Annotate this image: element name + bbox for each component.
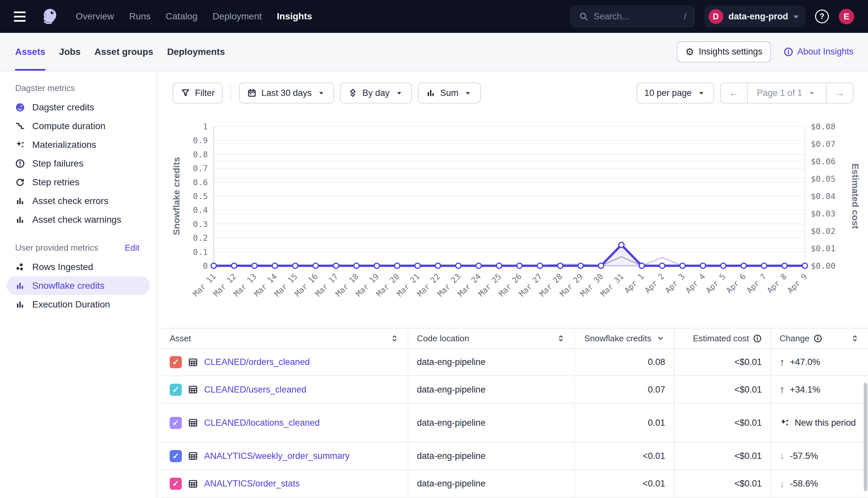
sort-icon[interactable]	[850, 334, 859, 343]
steps-icon	[15, 121, 25, 131]
aggregation-button[interactable]: Sum	[418, 82, 481, 104]
svg-text:0.1: 0.1	[193, 247, 208, 257]
svg-text:$0.01: $0.01	[811, 244, 835, 253]
tab-deployments[interactable]: Deployments	[167, 33, 225, 70]
sidebar-item-step-failures[interactable]: Step failures	[7, 154, 150, 173]
series-checkbox[interactable]: ✓	[170, 356, 182, 368]
table-asset-icon	[188, 357, 198, 368]
nav-item-catalog[interactable]: Catalog	[166, 11, 197, 22]
menu-icon[interactable]	[14, 12, 26, 22]
insights-settings-button[interactable]: ⚙ Insights settings	[677, 41, 771, 62]
svg-text:Apr 6: Apr 6	[724, 272, 748, 295]
table-scrollbar[interactable]	[864, 383, 867, 491]
dots-icon	[15, 262, 25, 272]
user-metrics-section-label: User provided metrics	[15, 243, 98, 253]
sidebar-item-asset-check-errors[interactable]: Asset check errors	[7, 192, 150, 210]
table-row: ✓ANALYTICS/weekly_order_summarydata-eng-…	[161, 443, 868, 470]
svg-text:$0.02: $0.02	[811, 226, 835, 236]
asset-link[interactable]: ANALYTICS/order_stats	[204, 479, 300, 489]
page-select[interactable]: Page 1 of 1	[747, 83, 827, 103]
sidebar-item-label: Snowflake credits	[32, 280, 104, 291]
svg-text:$0.03: $0.03	[811, 209, 835, 219]
sidebar-item-compute-duration[interactable]: Compute duration	[7, 117, 150, 135]
sidebar-item-rows-ingested[interactable]: Rows Ingested	[7, 258, 150, 276]
search-shortcut-hint: /	[684, 12, 687, 22]
about-insights-link[interactable]: About Insights	[783, 47, 854, 57]
org-switcher[interactable]: D data-eng-prod	[705, 5, 805, 27]
column-header-code-location[interactable]: Code location	[408, 328, 575, 348]
svg-text:$0.05: $0.05	[811, 174, 835, 184]
tab-jobs[interactable]: Jobs	[59, 33, 80, 70]
svg-text:0.7: 0.7	[193, 163, 208, 173]
arrow-up-icon: ↑	[780, 356, 785, 368]
nav-item-insights[interactable]: Insights	[277, 11, 312, 22]
nav-item-runs[interactable]: Runs	[129, 11, 151, 22]
sidebar-item-materializations[interactable]: Materializations	[7, 135, 150, 154]
column-label: Code location	[417, 333, 469, 344]
asset-link[interactable]: CLEANED/locations_cleaned	[204, 418, 320, 428]
svg-text:1: 1	[203, 122, 208, 131]
tab-assets[interactable]: Assets	[15, 33, 46, 70]
about-insights-label: About Insights	[797, 47, 854, 57]
tab-asset-groups[interactable]: Asset groups	[94, 33, 153, 70]
asset-link[interactable]: ANALYTICS/weekly_order_summary	[204, 451, 349, 461]
sort-icon[interactable]	[556, 334, 565, 343]
caret-down-icon	[463, 88, 473, 98]
series-checkbox[interactable]: ✓	[170, 384, 182, 396]
sort-icon[interactable]	[390, 334, 399, 343]
next-page-button[interactable]: →	[827, 83, 853, 103]
svg-text:Snowflake credits: Snowflake credits	[171, 157, 181, 235]
svg-text:Apr 7: Apr 7	[745, 272, 768, 295]
bar-chart-icon	[426, 88, 436, 98]
code-location: data-eng-pipeline	[417, 451, 486, 461]
sparkles-icon	[780, 418, 789, 428]
sidebar-item-execution-duration[interactable]: Execution Duration	[7, 295, 150, 314]
sort-desc-icon[interactable]	[656, 334, 665, 343]
sidebar-item-label: Asset check errors	[32, 196, 108, 206]
edit-metrics-link[interactable]: Edit	[125, 243, 139, 253]
column-header-change[interactable]: Change	[771, 328, 868, 348]
cost-value: <$0.01	[735, 479, 762, 489]
layers-icon	[348, 88, 358, 98]
gear-icon: ⚙	[685, 47, 694, 57]
prev-page-button[interactable]: ←	[721, 83, 747, 103]
column-header-estimated-cost[interactable]: Estimated cost	[674, 328, 771, 348]
svg-text:Mar 31: Mar 31	[599, 272, 625, 298]
table-asset-icon	[188, 384, 198, 395]
asset-link[interactable]: CLEANED/orders_cleaned	[204, 357, 310, 367]
nav-item-deployment[interactable]: Deployment	[213, 11, 262, 22]
code-location: data-eng-pipeline	[417, 385, 486, 395]
series-checkbox[interactable]: ✓	[170, 477, 182, 490]
nav-item-overview[interactable]: Overview	[76, 11, 114, 22]
sidebar-item-dagster-credits[interactable]: Dagster credits	[7, 98, 150, 117]
group-by-button[interactable]: By day	[340, 82, 412, 104]
info-icon[interactable]	[753, 334, 762, 343]
sidebar-item-snowflake-credits[interactable]: Snowflake credits	[7, 276, 150, 295]
sidebar-item-step-retries[interactable]: Step retries	[7, 173, 150, 192]
user-avatar[interactable]: E	[839, 9, 854, 24]
info-icon[interactable]	[814, 334, 822, 343]
date-range-button[interactable]: Last 30 days	[239, 82, 334, 104]
svg-text:Estimated cost: Estimated cost	[850, 163, 860, 228]
cost-value: <$0.01	[735, 357, 762, 367]
dagster-logo-icon[interactable]	[40, 7, 59, 26]
column-header-asset[interactable]: Asset	[161, 328, 408, 348]
series-checkbox[interactable]: ✓	[170, 417, 182, 429]
sidebar-item-asset-check-warnings[interactable]: Asset check warnings	[7, 210, 150, 229]
help-icon[interactable]: ?	[815, 10, 829, 23]
bar-chart-icon	[15, 300, 25, 310]
sidebar-item-label: Rows Ingested	[32, 262, 93, 272]
search-input[interactable]	[594, 12, 673, 22]
column-header-snowflake-credits[interactable]: Snowflake credits	[575, 328, 674, 348]
per-page-button[interactable]: 10 per page	[637, 82, 714, 104]
series-checkbox[interactable]: ✓	[170, 450, 182, 462]
table-row: ✓ANALYTICS/order_statsdata-eng-pipeline<…	[161, 470, 868, 498]
asset-link[interactable]: CLEANED/users_cleaned	[204, 385, 306, 395]
dagster-logo-icon	[15, 103, 25, 112]
table-header: AssetCode locationSnowflake creditsEstim…	[161, 328, 868, 349]
filter-button[interactable]: Filter	[173, 82, 222, 104]
search-box[interactable]: /	[571, 5, 695, 27]
change-value: +47.0%	[790, 357, 820, 367]
svg-text:0.5: 0.5	[193, 192, 208, 201]
cost-value: <$0.01	[735, 385, 762, 395]
